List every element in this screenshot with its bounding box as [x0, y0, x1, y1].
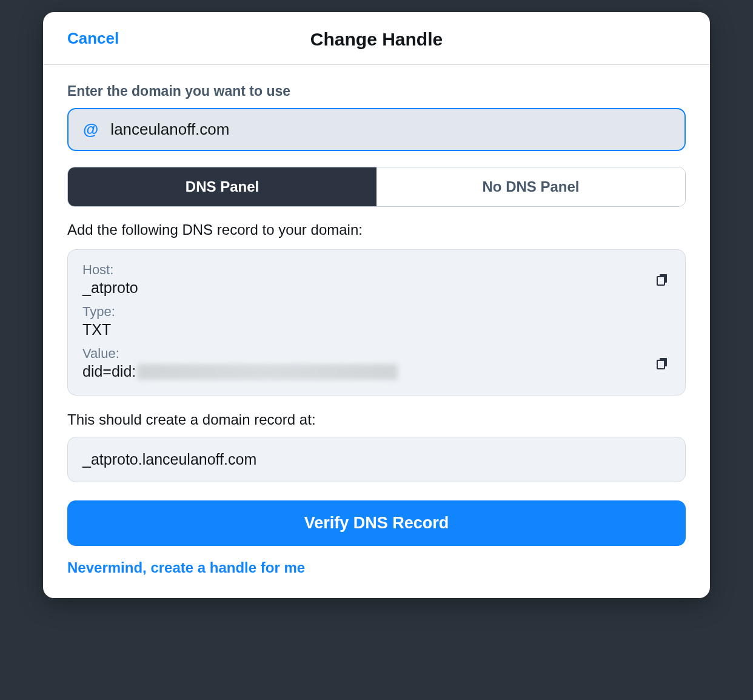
at-icon: @: [83, 120, 98, 139]
domain-input-container[interactable]: @: [67, 108, 686, 151]
domain-input-label: Enter the domain you want to use: [67, 83, 686, 99]
change-handle-modal: Cancel Change Handle Enter the domain yo…: [43, 12, 710, 598]
modal-body: Enter the domain you want to use @ DNS P…: [43, 65, 710, 598]
dns-type-row: Type: TXT: [82, 304, 671, 338]
dns-tabs: DNS Panel No DNS Panel: [67, 167, 686, 207]
modal-header: Cancel Change Handle: [43, 12, 710, 65]
svg-rect-3: [657, 360, 664, 369]
dns-instruction: Add the following DNS record to your dom…: [67, 221, 686, 238]
dns-value-label: Value:: [82, 346, 671, 362]
tab-no-dns-panel[interactable]: No DNS Panel: [376, 167, 685, 206]
domain-input[interactable]: [110, 120, 670, 139]
nevermind-link[interactable]: Nevermind, create a handle for me: [67, 559, 305, 576]
result-instruction: This should create a domain record at:: [67, 411, 686, 428]
dns-type-label: Type:: [82, 304, 671, 320]
dns-host-row: Host: _atproto: [82, 262, 671, 297]
dns-host-label: Host:: [82, 262, 671, 278]
copy-icon[interactable]: [655, 356, 669, 371]
copy-icon[interactable]: [655, 272, 669, 287]
dns-host-value: _atproto: [82, 279, 671, 297]
dns-value-prefix: did=did:: [82, 363, 136, 380]
dns-value-row: Value: did=did:: [82, 346, 671, 380]
result-domain-box: _atproto.lanceulanoff.com: [67, 437, 686, 482]
dns-value-redacted: [137, 364, 398, 380]
cancel-button[interactable]: Cancel: [67, 29, 119, 48]
tab-dns-panel[interactable]: DNS Panel: [68, 167, 376, 206]
dns-type-value: TXT: [82, 321, 671, 338]
modal-title: Change Handle: [310, 29, 443, 50]
svg-rect-1: [657, 277, 664, 285]
dns-value-value: did=did:: [82, 363, 671, 380]
verify-dns-button[interactable]: Verify DNS Record: [67, 500, 686, 546]
dns-record-card: Host: _atproto Type: TXT Value: did=did:: [67, 249, 686, 395]
